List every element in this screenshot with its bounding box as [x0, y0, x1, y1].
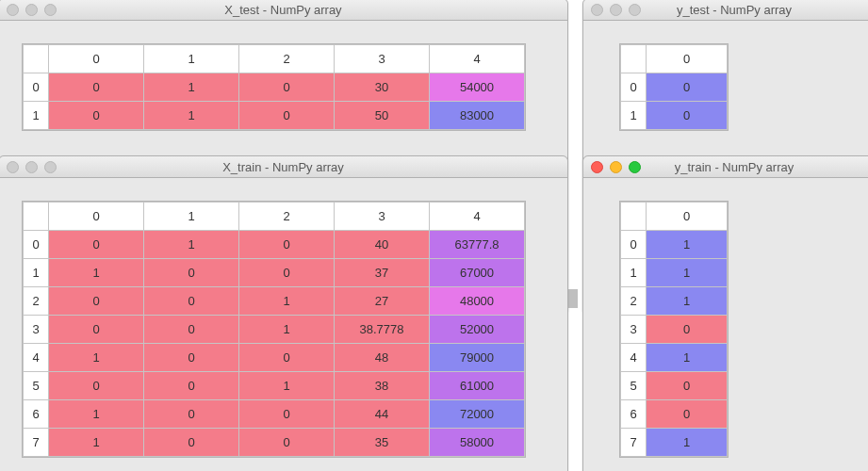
data-cell[interactable]: 0 — [49, 102, 144, 130]
data-cell[interactable]: 1 — [647, 429, 728, 457]
data-cell[interactable]: 37 — [335, 259, 430, 287]
column-header[interactable]: 0 — [647, 45, 728, 73]
data-cell[interactable]: 54000 — [430, 73, 525, 102]
row-index[interactable]: 4 — [621, 344, 647, 372]
data-cell[interactable]: 1 — [239, 287, 335, 316]
data-cell[interactable]: 0 — [647, 102, 728, 130]
row-index[interactable]: 6 — [24, 400, 49, 429]
window-x-train[interactable]: X_train - NumPy array 0123400104063777.8… — [0, 155, 568, 471]
zoom-icon[interactable] — [629, 161, 641, 173]
data-cell[interactable]: 83000 — [430, 102, 525, 130]
row-index[interactable]: 1 — [24, 102, 49, 130]
row-index[interactable]: 7 — [621, 429, 647, 457]
minimize-icon[interactable] — [25, 4, 38, 16]
row-index[interactable]: 7 — [24, 429, 49, 457]
data-cell[interactable]: 0 — [239, 344, 335, 372]
data-cell[interactable]: 48 — [335, 344, 430, 372]
data-cell[interactable]: 67000 — [430, 259, 525, 287]
data-cell[interactable]: 0 — [144, 287, 239, 316]
data-cell[interactable]: 1 — [49, 400, 144, 429]
row-index[interactable]: 1 — [621, 259, 647, 287]
data-cell[interactable]: 48000 — [430, 287, 525, 316]
data-cell[interactable]: 0 — [49, 316, 144, 344]
data-cell[interactable]: 0 — [239, 231, 335, 259]
data-cell[interactable]: 0 — [239, 400, 335, 429]
data-cell[interactable]: 0 — [49, 372, 144, 400]
close-icon[interactable] — [7, 161, 19, 173]
row-index[interactable]: 0 — [621, 231, 647, 259]
data-cell[interactable]: 1 — [647, 344, 728, 372]
zoom-icon[interactable] — [44, 161, 57, 173]
data-cell[interactable]: 27 — [335, 287, 430, 316]
window-y-train[interactable]: y_train - NumPy array 00111213041506071 — [582, 155, 868, 471]
zoom-icon[interactable] — [629, 4, 641, 16]
titlebar[interactable]: X_train - NumPy array — [0, 156, 567, 178]
data-cell[interactable]: 38.7778 — [335, 316, 430, 344]
row-index[interactable]: 3 — [24, 316, 49, 344]
data-cell[interactable]: 0 — [239, 429, 335, 457]
data-cell[interactable]: 1 — [647, 259, 728, 287]
data-cell[interactable]: 52000 — [430, 316, 525, 344]
row-index[interactable]: 0 — [24, 73, 49, 102]
row-index[interactable]: 0 — [621, 73, 647, 102]
data-cell[interactable]: 35 — [335, 429, 430, 457]
data-cell[interactable]: 0 — [49, 73, 144, 102]
data-cell[interactable]: 0 — [647, 73, 728, 102]
minimize-icon[interactable] — [610, 4, 622, 16]
column-header[interactable]: 2 — [239, 203, 335, 231]
data-cell[interactable]: 0 — [144, 429, 239, 457]
row-index[interactable]: 3 — [621, 316, 647, 344]
row-index[interactable]: 4 — [24, 344, 49, 372]
close-icon[interactable] — [591, 4, 603, 16]
data-cell[interactable]: 44 — [335, 400, 430, 429]
row-index[interactable]: 2 — [24, 287, 49, 316]
data-cell[interactable]: 0 — [49, 231, 144, 259]
data-cell[interactable]: 0 — [647, 400, 728, 429]
titlebar[interactable]: y_test - NumPy array — [583, 0, 868, 21]
column-header[interactable]: 3 — [335, 203, 430, 231]
row-index[interactable]: 0 — [24, 231, 49, 259]
data-cell[interactable]: 0 — [49, 287, 144, 316]
row-index[interactable]: 1 — [621, 102, 647, 130]
data-cell[interactable]: 40 — [335, 231, 430, 259]
table[interactable]: 00010 — [620, 44, 728, 130]
titlebar[interactable]: X_test - NumPy array — [0, 0, 567, 21]
data-cell[interactable]: 0 — [239, 259, 335, 287]
column-header[interactable]: 2 — [239, 45, 335, 73]
data-cell[interactable]: 58000 — [430, 429, 525, 457]
data-cell[interactable]: 30 — [335, 73, 430, 102]
data-cell[interactable]: 1 — [49, 344, 144, 372]
zoom-icon[interactable] — [44, 4, 57, 16]
data-cell[interactable]: 72000 — [430, 400, 525, 429]
data-cell[interactable]: 0 — [647, 372, 728, 400]
data-cell[interactable]: 0 — [144, 344, 239, 372]
data-cell[interactable]: 0 — [647, 316, 728, 344]
data-cell[interactable]: 79000 — [430, 344, 525, 372]
data-cell[interactable]: 0 — [144, 400, 239, 429]
data-cell[interactable]: 1 — [144, 73, 239, 102]
data-cell[interactable]: 0 — [144, 316, 239, 344]
column-header[interactable]: 0 — [49, 203, 144, 231]
data-cell[interactable]: 1 — [239, 372, 335, 400]
data-cell[interactable]: 0 — [239, 73, 335, 102]
data-cell[interactable]: 0 — [239, 102, 335, 130]
data-cell[interactable]: 1 — [49, 429, 144, 457]
data-cell[interactable]: 0 — [144, 259, 239, 287]
row-index[interactable]: 5 — [24, 372, 49, 400]
table[interactable]: 012340010305400010105083000 — [23, 44, 525, 130]
data-cell[interactable]: 1 — [647, 231, 728, 259]
data-cell[interactable]: 1 — [647, 287, 728, 316]
column-header[interactable]: 3 — [335, 45, 430, 73]
data-cell[interactable]: 63777.8 — [430, 231, 525, 259]
data-cell[interactable]: 50 — [335, 102, 430, 130]
close-icon[interactable] — [591, 161, 603, 173]
minimize-icon[interactable] — [610, 161, 622, 173]
column-header[interactable]: 1 — [144, 45, 239, 73]
table[interactable]: 0123400104063777.81100376700020012748000… — [23, 202, 525, 457]
data-cell[interactable]: 38 — [335, 372, 430, 400]
row-index[interactable]: 5 — [621, 372, 647, 400]
data-cell[interactable]: 1 — [49, 259, 144, 287]
minimize-icon[interactable] — [25, 161, 38, 173]
data-cell[interactable]: 61000 — [430, 372, 525, 400]
column-header[interactable]: 4 — [430, 203, 525, 231]
